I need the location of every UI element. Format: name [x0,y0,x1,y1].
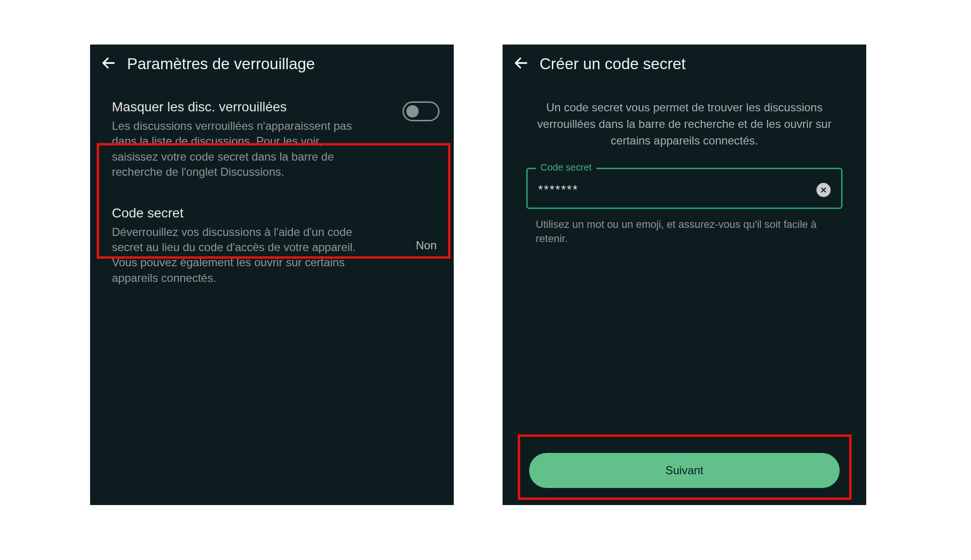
info-text: Un code secret vous permet de trouver le… [503,85,866,168]
page-title: Créer un code secret [540,55,686,73]
setting-title: Masquer les disc. verrouillées [112,99,393,115]
clear-input-icon[interactable] [816,183,831,197]
annotation-highlight [97,143,450,259]
secret-code-input[interactable]: ******* [526,168,843,209]
secret-code-field-wrapper: Code secret ******* [526,168,843,209]
app-bar: Paramètres de verrouillage [90,45,454,85]
app-bar: Créer un code secret [503,45,866,85]
page-title: Paramètres de verrouillage [127,55,315,73]
toggle-knob-icon [406,105,419,117]
input-value: ******* [538,182,578,197]
lock-settings-screen: Paramètres de verrouillage Masquer les d… [90,45,454,505]
input-helper: Utilisez un mot ou un emoji, et assurez-… [536,217,833,245]
back-arrow-icon[interactable] [101,55,117,73]
input-label: Code secret [536,162,596,173]
annotation-highlight [518,434,852,500]
hide-locked-chats-toggle[interactable] [403,101,440,121]
back-arrow-icon[interactable] [513,55,529,73]
